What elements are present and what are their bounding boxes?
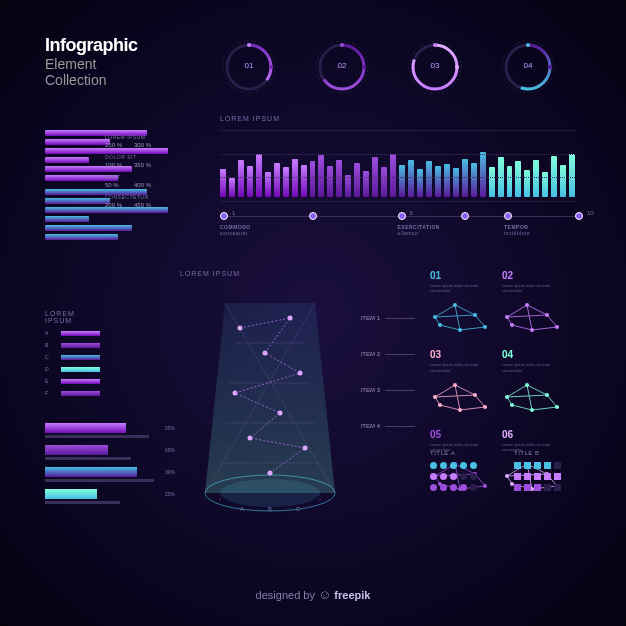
rating-square (534, 462, 541, 469)
title-sub: Element Collection (45, 56, 138, 88)
bar (542, 172, 548, 197)
timeline-label: TEMPORincididunt (504, 224, 530, 236)
rating-dot (460, 484, 467, 491)
bar (533, 160, 539, 197)
rating-dot (450, 462, 457, 469)
timeline: COMMODOconsequat1EXERCITATIONullamco5TEM… (220, 212, 575, 232)
bar (417, 169, 423, 197)
hbar-row: D (45, 366, 100, 372)
svg-point-13 (433, 43, 437, 47)
svg-point-61 (453, 383, 457, 387)
radar-item-label: ITEM 1 (361, 315, 415, 321)
bar (507, 166, 513, 197)
bar (220, 169, 226, 197)
radar-title: LOREM IPSUM (180, 270, 380, 277)
rating-title-b: TITLE B (514, 450, 580, 456)
rating-square (554, 473, 561, 480)
svg-point-52 (505, 315, 509, 319)
title-block: Infographic Element Collection (45, 35, 138, 88)
svg-point-49 (438, 323, 442, 327)
svg-point-69 (525, 383, 529, 387)
svg-point-45 (453, 303, 457, 307)
rating-dot (460, 462, 467, 469)
bar (265, 172, 271, 197)
bar (560, 165, 566, 197)
bar (327, 166, 333, 197)
svg-text:C: C (296, 506, 301, 512)
timeline-num: 10 (587, 210, 594, 216)
rating-dot (440, 484, 447, 491)
svg-point-55 (555, 325, 559, 329)
percent-value: 50 % (105, 182, 122, 188)
circle-stats-row: 01 02 03 04 (220, 38, 557, 96)
bar (444, 164, 450, 197)
bar (283, 167, 289, 197)
rating-dot (470, 462, 477, 469)
percent-label: DOLOR SIT (105, 154, 151, 160)
rating-row (514, 484, 580, 491)
bar (515, 161, 521, 197)
svg-text:B: B (268, 506, 272, 512)
svg-point-30 (263, 351, 268, 356)
rating-square (554, 484, 561, 491)
rating-col-b: TITLE B (514, 450, 580, 495)
svg-point-57 (510, 323, 514, 327)
bar (390, 154, 396, 197)
percent-grid: LOREM IPSUM250 %300 %DOLOR SIT100 %350 %… (105, 130, 151, 208)
circle-stat-03: 03 (406, 38, 464, 96)
timeline-stop (575, 212, 583, 220)
rating-dot (460, 473, 467, 480)
bar (453, 168, 459, 197)
bar (498, 157, 504, 197)
bar (336, 160, 342, 197)
percent-value: 450 % (134, 202, 151, 208)
rating-dot (430, 473, 437, 480)
svg-point-53 (525, 303, 529, 307)
net-box-04: 04Lorem ipsum dolor sit amet consectetur (502, 349, 562, 418)
radar-chart: ABC (180, 283, 360, 523)
svg-line-66 (527, 385, 532, 410)
svg-point-73 (510, 403, 514, 407)
net-box-03: 03Lorem ipsum dolor sit amet consectetur (430, 349, 490, 418)
timeline-stop (398, 212, 406, 220)
rating-section: TITLE A TITLE B (430, 450, 580, 495)
timeline-stop (309, 212, 317, 220)
bar (247, 166, 253, 197)
svg-point-72 (530, 408, 534, 412)
bar (274, 163, 280, 197)
bar (489, 167, 495, 197)
hbar-row: C (45, 354, 100, 360)
radar-item-label: ITEM 3 (361, 387, 415, 393)
svg-point-3 (247, 43, 251, 47)
bar (229, 178, 235, 197)
mini-bar (45, 225, 132, 231)
radar-item-label: ITEM 4 (361, 423, 415, 429)
bar (256, 154, 262, 197)
bar (408, 160, 414, 197)
rating-dot (470, 473, 477, 480)
bar (310, 161, 316, 197)
bar (318, 155, 324, 197)
rating-dot (430, 484, 437, 491)
bar (551, 156, 557, 197)
bar-chart-title: LOREM IPSUM (220, 115, 575, 122)
svg-point-54 (545, 313, 549, 317)
net-row: 03Lorem ipsum dolor sit amet consectetur… (430, 349, 580, 418)
radar-section: LOREM IPSUM ABC ITEM 1ITEM 2ITEM 3ITEM 4 (180, 270, 380, 540)
horizontal-bars: LOREM IPSUM ABCDEF (45, 310, 100, 402)
svg-line-50 (527, 305, 532, 330)
mini-bar (45, 139, 110, 145)
rating-square (514, 484, 521, 491)
credit-brand: freepik (334, 589, 370, 601)
rating-square (534, 473, 541, 480)
rating-square (544, 484, 551, 491)
rating-square (524, 484, 531, 491)
bar (399, 165, 405, 197)
timeline-stop (461, 212, 469, 220)
svg-point-60 (433, 395, 437, 399)
svg-point-44 (433, 315, 437, 319)
stacked-bar-row: 30% (45, 464, 160, 484)
svg-point-56 (530, 328, 534, 332)
rating-row (514, 473, 580, 480)
svg-point-63 (483, 405, 487, 409)
